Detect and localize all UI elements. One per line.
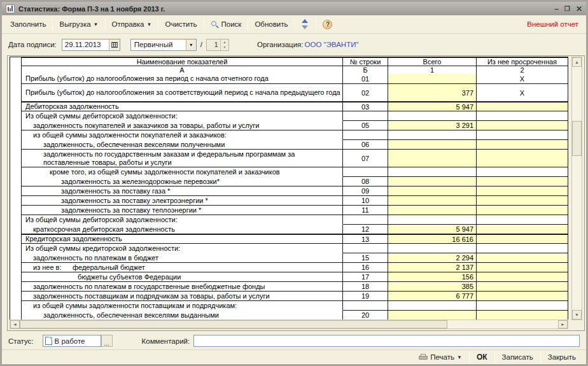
refresh-button[interactable]: Обновить xyxy=(250,18,292,31)
row-name: Прибыль (убыток) до налогообложения за с… xyxy=(22,83,343,101)
row-total-cell[interactable] xyxy=(388,205,477,215)
calendar-icon xyxy=(111,42,118,48)
title-bar[interactable]: Статистика: Форма П-3 на 1 ноября 2013 г… xyxy=(2,2,586,15)
row-total-cell[interactable] xyxy=(388,74,477,83)
organization-value[interactable]: ООО "ЭВАНТИ" xyxy=(305,41,359,48)
status-field[interactable]: В работе xyxy=(43,335,101,347)
status-label: Статус: xyxy=(8,337,34,345)
window-title: Статистика: Форма П-3 на 1 ноября 2013 г… xyxy=(18,5,554,13)
row-name: задолженность покупателей и заказчиков з… xyxy=(22,120,343,130)
help-button[interactable]: ? xyxy=(318,17,337,32)
horizontal-scrollbar[interactable]: ◄ ► xyxy=(10,320,568,329)
row-overdue-cell[interactable] xyxy=(477,291,568,300)
row-name: Из общей суммы дебиторской задолженности… xyxy=(22,215,343,224)
row-total-cell[interactable] xyxy=(388,139,477,149)
row-total-cell[interactable] xyxy=(388,186,477,195)
row-overdue-cell[interactable] xyxy=(477,176,568,186)
minimize-button[interactable]: – xyxy=(554,5,559,13)
clear-button[interactable]: Очистить xyxy=(160,18,201,31)
slash-label: / xyxy=(200,41,202,48)
row-overdue-cell[interactable] xyxy=(477,149,568,167)
row-overdue-cell[interactable] xyxy=(477,262,568,272)
row-overdue-cell[interactable] xyxy=(477,120,568,130)
document-icon xyxy=(45,337,52,345)
horizontal-scroll-thumb[interactable] xyxy=(20,320,447,328)
row-overdue-cell[interactable] xyxy=(477,234,568,243)
row-overdue-cell[interactable] xyxy=(477,186,568,195)
row-line-number: 08 xyxy=(343,176,388,186)
row-overdue-cell[interactable] xyxy=(477,205,568,215)
ok-button[interactable]: ОК xyxy=(472,351,493,363)
report-type-select[interactable]: Первичный ▼ xyxy=(130,39,197,51)
row-total-cell[interactable]: 5 947 xyxy=(388,101,477,111)
row-line-number: 18 xyxy=(343,281,388,291)
search-button[interactable]: Поиск xyxy=(206,18,246,31)
upload-menu-button[interactable]: Выгрузка▼ xyxy=(55,18,102,31)
row-overdue-cell[interactable] xyxy=(477,224,568,234)
vertical-scrollbar[interactable]: ▲ ▼ xyxy=(571,57,582,320)
row-total-cell[interactable]: 385 xyxy=(388,281,477,291)
send-menu-button[interactable]: Отправка▼ xyxy=(108,18,157,31)
col-header-total: Всего xyxy=(388,57,477,66)
toolbar-separator xyxy=(158,18,158,30)
scroll-right-button[interactable]: ► xyxy=(558,320,568,328)
comment-label: Комментарий: xyxy=(142,337,190,345)
row-overdue-cell[interactable] xyxy=(477,281,568,291)
status-choose-button[interactable]: ... xyxy=(101,335,113,347)
row-overdue-cell[interactable] xyxy=(477,139,568,149)
row-total-cell[interactable] xyxy=(388,176,477,186)
print-button[interactable]: Печать ▼ xyxy=(414,351,467,363)
footer-separator xyxy=(494,351,495,363)
row-total-cell[interactable]: 2 294 xyxy=(388,253,477,262)
scroll-left-button[interactable]: ◄ xyxy=(10,320,20,328)
row-overdue-cell[interactable] xyxy=(477,253,568,262)
row-overdue-cell[interactable] xyxy=(477,101,568,111)
row-total-cell[interactable] xyxy=(388,149,477,167)
maximize-button[interactable]: ❒ xyxy=(564,5,570,13)
row-name: задолженность, обеспеченная векселями вы… xyxy=(22,310,343,320)
row-total-cell[interactable]: 3 291 xyxy=(388,120,477,130)
row-name: задолженность, обеспеченная векселями по… xyxy=(22,139,343,149)
row-overdue-cell[interactable] xyxy=(477,272,568,281)
table-header-row: Наименование показателей № строки Всего … xyxy=(22,57,568,66)
row-total-cell[interactable]: 156 xyxy=(388,272,477,281)
spin-down-button[interactable]: ▼ xyxy=(221,45,228,50)
close-button[interactable]: ✕ xyxy=(576,5,582,13)
row-total-cell[interactable] xyxy=(388,310,477,320)
table-row: бюджеты субъектов Федерации17156 xyxy=(22,272,568,281)
fill-button[interactable]: Заполнить xyxy=(6,18,50,31)
combo-arrow-button[interactable]: ▼ xyxy=(186,39,196,50)
footer-bar: Печать ▼ ОК Записать Закрыть xyxy=(2,349,586,364)
row-total-cell[interactable] xyxy=(388,195,477,205)
close-form-button[interactable]: Закрыть xyxy=(543,351,581,363)
row-overdue-cell[interactable] xyxy=(477,310,568,320)
reorder-button[interactable] xyxy=(297,17,314,32)
sort-arrows-icon xyxy=(301,19,309,29)
comment-input[interactable] xyxy=(193,335,580,347)
date-field[interactable]: 29.11.2013 xyxy=(62,39,120,51)
table-row: задолженность по платежам в государствен… xyxy=(22,281,568,291)
row-overdue-cell xyxy=(477,130,568,139)
row-total-cell[interactable]: 2 137 xyxy=(388,262,477,272)
row-total-cell[interactable]: 377 xyxy=(388,83,477,101)
app-window: Статистика: Форма П-3 на 1 ноября 2013 г… xyxy=(0,0,588,366)
table-row: Прибыль (убыток) до налогообложения за с… xyxy=(22,83,568,101)
row-total-cell[interactable]: 5 947 xyxy=(388,224,477,234)
scroll-up-button[interactable]: ▲ xyxy=(572,57,582,67)
scroll-down-button[interactable]: ▼ xyxy=(572,310,582,320)
row-overdue-cell[interactable] xyxy=(477,195,568,205)
save-button[interactable]: Записать xyxy=(497,351,538,363)
calendar-button[interactable] xyxy=(109,39,120,50)
spin-up-button[interactable]: ▲ xyxy=(221,39,228,45)
table-row: из нее в:федеральный бюджет162 137 xyxy=(22,262,568,272)
row-name: кроме того, из общей суммы задолженности… xyxy=(22,167,343,176)
row-total-cell[interactable]: 16 616 xyxy=(388,234,477,243)
vertical-scroll-thumb[interactable] xyxy=(572,121,582,156)
row-line-number: 02 xyxy=(343,83,388,101)
subcol-2: 2 xyxy=(477,66,568,74)
row-total-cell[interactable]: 6 777 xyxy=(388,291,477,300)
table-row: задолженность за поставку теплоэнергии *… xyxy=(22,205,568,215)
toolbar-separator xyxy=(294,18,295,30)
toolbar-separator xyxy=(52,18,53,30)
table-row: задолженность по государственным заказам… xyxy=(22,149,568,167)
